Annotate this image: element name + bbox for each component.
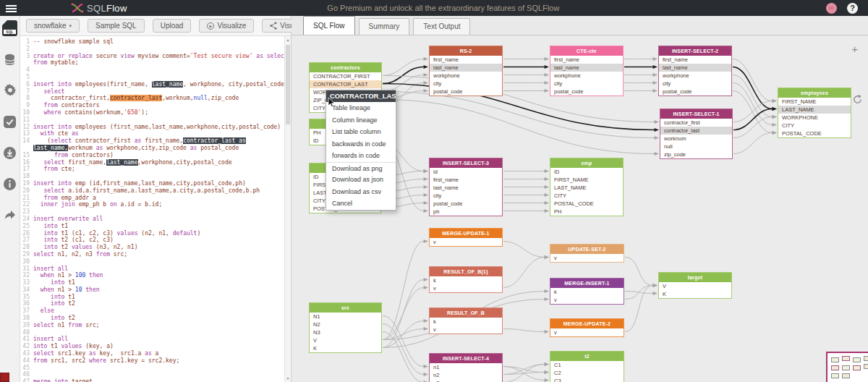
table-node-ins2[interactable]: INSERT-SELECT-2first_namelast_nameworkph…: [658, 46, 732, 96]
check-icon[interactable]: [2, 114, 18, 130]
table-node-ins1[interactable]: INSERT-SELECT-1contractor_firstcontracto…: [660, 109, 733, 159]
column-row[interactable]: n2: [430, 371, 502, 379]
column-row[interactable]: workphone: [659, 72, 731, 80]
column-row[interactable]: v: [430, 238, 502, 246]
column-row[interactable]: v: [550, 296, 624, 304]
column-row[interactable]: v: [430, 326, 502, 334]
share-icon[interactable]: [2, 207, 18, 223]
column-row[interactable]: n3: [430, 379, 502, 382]
help-icon[interactable]: ?: [847, 3, 858, 14]
column-row[interactable]: PH: [550, 208, 623, 216]
column-row[interactable]: null: [660, 143, 732, 150]
code-editor[interactable]: 1-- snowflake sample sql23create or repl…: [20, 36, 291, 382]
column-row[interactable]: k: [430, 276, 502, 284]
table-node-t2[interactable]: t2C1C2C3: [550, 351, 624, 382]
table-node-employees[interactable]: employeesFIRST_NAMELAST_NAMEWORKPHONECIT…: [778, 88, 851, 138]
editor-scrollbar[interactable]: ▲ ▼: [284, 36, 291, 382]
column-row[interactable]: id: [430, 168, 502, 176]
table-node-rs2[interactable]: RS-2first_namelast_nameworkphonecitypost…: [429, 46, 503, 96]
column-row[interactable]: postal_code: [430, 88, 502, 96]
tab-sql-flow[interactable]: SQL Flow: [303, 16, 355, 35]
menu-item-forwards-in-code[interactable]: forwards in code: [326, 150, 396, 162]
hamburger-menu-icon[interactable]: [0, 0, 22, 16]
column-row[interactable]: N1: [310, 313, 381, 321]
column-row[interactable]: FIRST_NAME: [550, 176, 623, 184]
column-row[interactable]: last_name: [550, 64, 623, 72]
column-row[interactable]: N2: [310, 321, 381, 328]
column-row[interactable]: V: [659, 282, 731, 290]
sidebar-item-sql-file[interactable]: SQL: [2, 20, 18, 36]
minimap[interactable]: [826, 352, 868, 382]
column-row[interactable]: C1: [550, 361, 624, 369]
column-row[interactable]: CITY: [778, 122, 851, 130]
column-row[interactable]: C3: [550, 377, 624, 382]
tab-summary[interactable]: Summary: [359, 18, 410, 35]
table-node-ins3[interactable]: INSERT-SELECT-3idfirst_namelast_namecity…: [429, 158, 503, 216]
column-row[interactable]: first_name: [430, 176, 502, 184]
table-node-rob[interactable]: RESULT_OF_Bkv: [429, 307, 503, 334]
column-row[interactable]: last_name: [430, 64, 502, 72]
table-node-us2[interactable]: UPDATE-SET-2v: [550, 244, 624, 263]
menu-item-list-table-column[interactable]: List table column: [326, 126, 396, 138]
column-row[interactable]: v: [550, 254, 624, 262]
table-node-rob1[interactable]: RESULT_OF_B(1)kv: [429, 266, 503, 293]
column-row[interactable]: ph: [430, 208, 502, 216]
column-row[interactable]: city: [430, 80, 502, 88]
column-row[interactable]: POSTAL_CODE: [550, 200, 623, 208]
menu-item-cancel[interactable]: Cancel: [326, 198, 396, 210]
column-row[interactable]: city: [550, 80, 623, 88]
column-row[interactable]: city: [430, 192, 502, 200]
download-icon[interactable]: [2, 145, 18, 161]
column-row[interactable]: postal_code: [550, 88, 623, 96]
column-row[interactable]: CONTRACTOR_FIRST: [310, 72, 381, 80]
menu-item-table-lineage[interactable]: Table lineage: [326, 102, 396, 114]
column-row[interactable]: K: [659, 290, 731, 298]
column-row[interactable]: K: [310, 344, 381, 352]
column-row[interactable]: LAST_NAME: [778, 106, 851, 114]
column-row[interactable]: contractor_last: [660, 127, 732, 135]
column-row[interactable]: last_name: [430, 184, 502, 192]
table-node-mu2[interactable]: MERGE-UPDATE-2v: [550, 318, 624, 337]
dialect-select[interactable]: snowflake▾: [26, 19, 80, 33]
column-row[interactable]: n1: [430, 363, 502, 371]
refresh-icon[interactable]: [853, 95, 862, 104]
column-row[interactable]: V: [310, 336, 381, 344]
column-row[interactable]: v: [550, 328, 624, 336]
premium-banner[interactable]: Go Premium and unlock all the extraordin…: [327, 0, 559, 16]
column-row[interactable]: LAST_NAME: [550, 184, 623, 192]
column-row[interactable]: zip_code: [660, 150, 732, 158]
scroll-up-icon[interactable]: ▲: [285, 38, 291, 42]
column-row[interactable]: first_name: [550, 56, 623, 64]
column-row[interactable]: city: [659, 80, 731, 88]
column-row[interactable]: postal_code: [659, 88, 731, 96]
column-row[interactable]: N3: [310, 328, 381, 336]
scroll-down-icon[interactable]: ▼: [285, 376, 291, 381]
menu-item-download-as-png[interactable]: Download as png: [326, 162, 396, 174]
table-node-ins4[interactable]: INSERT-SELECT-4n1n2n3: [429, 353, 503, 382]
lineage-canvas[interactable]: contractorsCONTRACTOR_FIRSTCONTRACTOR_LA…: [292, 35, 868, 382]
column-row[interactable]: workphone: [550, 72, 623, 80]
column-row[interactable]: k: [430, 318, 502, 326]
column-row[interactable]: first_name: [659, 56, 731, 64]
column-row[interactable]: C2: [550, 369, 624, 377]
menu-item-download-as-csv[interactable]: Download as csv: [326, 186, 396, 198]
sample-sql-button[interactable]: Sample SQL: [88, 19, 145, 33]
column-row[interactable]: POSTAL_CODE: [778, 130, 851, 137]
column-row[interactable]: workphone: [430, 72, 502, 80]
column-row[interactable]: contractor_first: [660, 119, 732, 127]
table-node-mi1[interactable]: MERGE-INSERT-1kv: [550, 278, 624, 305]
user-avatar[interactable]: IA: [826, 3, 837, 14]
info-icon[interactable]: [2, 176, 18, 192]
column-row[interactable]: ID: [550, 168, 623, 176]
column-row[interactable]: worknum: [660, 135, 732, 143]
table-node-cte[interactable]: CTE-ctefirst_namelast_nameworkphonecityp…: [550, 46, 624, 96]
table-node-emp[interactable]: empIDFIRST_NAMELAST_NAMECITYPOSTAL_CODEP…: [550, 158, 624, 216]
column-row[interactable]: CONTRACTOR_LAST: [310, 80, 381, 88]
column-row[interactable]: first_name: [430, 56, 502, 64]
column-row[interactable]: v: [430, 284, 502, 292]
settings-gear-icon[interactable]: [2, 82, 18, 98]
tab-text-output[interactable]: Text Output: [413, 18, 470, 35]
menu-item-column-lineage[interactable]: Column lineage: [326, 114, 396, 127]
menu-item-backwards-in-code[interactable]: backwards in code: [326, 138, 396, 150]
scrollbar-thumb[interactable]: [286, 45, 290, 124]
